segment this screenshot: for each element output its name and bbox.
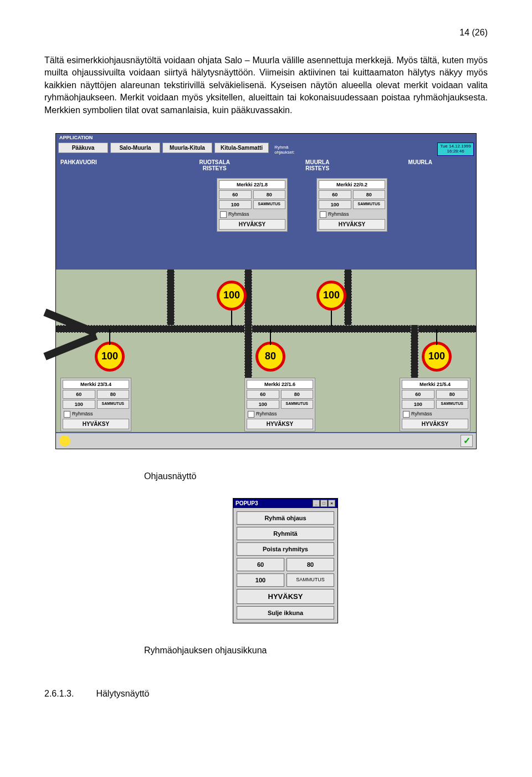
status-bar: ✓ bbox=[56, 433, 476, 449]
close-icon[interactable]: × bbox=[328, 500, 335, 507]
btn-sammutus[interactable]: SAMMUTUS bbox=[287, 573, 334, 587]
panel-23-3-4: Merkki 23/3.4 6080 100SAMMUTUS Ryhmäss H… bbox=[60, 378, 131, 431]
checkbox-ryhmass[interactable]: Ryhmäss bbox=[63, 410, 129, 419]
btn-60[interactable]: 60 bbox=[319, 190, 351, 199]
btn-hyvaksy[interactable]: HYVÄKSY bbox=[219, 219, 285, 230]
intersection-road bbox=[167, 270, 175, 325]
tab-muurla-kitula[interactable]: Muurla-Kitula bbox=[162, 143, 212, 153]
sign-pole bbox=[270, 329, 271, 345]
panel-title: Merkki 23/3.4 bbox=[63, 380, 129, 389]
checkbox-ryhmass[interactable]: Ryhmäss bbox=[247, 410, 313, 419]
btn-hyvaksy[interactable]: HYVÄKSY bbox=[402, 419, 468, 429]
btn-sammutus[interactable]: SAMMUTUS bbox=[253, 200, 286, 209]
btn-sulje-ikkuna[interactable]: Sulje ikkuna bbox=[237, 606, 334, 619]
btn-sammutus[interactable]: SAMMUTUS bbox=[436, 400, 469, 409]
app-screenshot: APPLICATION Pääkuva Salo-Muurla Muurla-K… bbox=[55, 133, 477, 449]
tab-bar: Pääkuva Salo-Muurla Muurla-Kitula Kitula… bbox=[56, 141, 476, 157]
panel-title: Merkki 22/1.6 bbox=[247, 380, 313, 389]
checkbox-ryhmass[interactable]: Ryhmäss bbox=[402, 410, 468, 419]
btn-100[interactable]: 100 bbox=[237, 573, 284, 587]
btn-60[interactable]: 60 bbox=[237, 558, 284, 571]
btn-sammutus[interactable]: SAMMUTUS bbox=[97, 400, 130, 409]
panel-21-5-4: Merkki 21/5.4 6080 100SAMMUTUS Ryhmäss H… bbox=[400, 378, 470, 431]
datetime-label: Tue 14.12.1999 16:28:46 bbox=[437, 143, 474, 156]
tab-salo-muurla[interactable]: Salo-Muurla bbox=[110, 143, 160, 153]
panel-22-1-6: Merkki 22/1.6 6080 100SAMMUTUS Ryhmäss H… bbox=[244, 378, 315, 431]
btn-hyvaksy[interactable]: HYVÄKSY bbox=[237, 589, 334, 604]
maximize-icon[interactable]: □ bbox=[320, 500, 328, 507]
btn-100[interactable]: 100 bbox=[247, 400, 279, 409]
btn-80[interactable]: 80 bbox=[97, 390, 130, 399]
btn-60[interactable]: 60 bbox=[402, 390, 434, 399]
btn-100[interactable]: 100 bbox=[319, 200, 351, 209]
btn-hyvaksy[interactable]: HYVÄKSY bbox=[319, 219, 385, 230]
section-footer: 2.6.1.3. Hälytysnäyttö bbox=[44, 689, 488, 699]
sign-pole bbox=[331, 311, 332, 326]
checkmark-button[interactable]: ✓ bbox=[461, 435, 473, 447]
speed-sign: 100 bbox=[422, 342, 452, 372]
loc-ruotsala: RUOTSALA RISTEYS bbox=[163, 159, 267, 171]
btn-60[interactable]: 60 bbox=[219, 190, 252, 199]
panel-22-0-2: Merkki 22/0.2 6080 100SAMMUTUS Ryhmäss H… bbox=[316, 178, 387, 232]
caption-ryhmaohjaus: Ryhmäohjauksen ohjausikkuna bbox=[144, 646, 488, 656]
btn-100[interactable]: 100 bbox=[219, 200, 252, 209]
diagonal-road bbox=[43, 332, 98, 360]
speed-sign: 80 bbox=[255, 342, 285, 372]
tab-kitula-sammatti[interactable]: Kitula-Sammatti bbox=[214, 143, 269, 153]
smiley-icon[interactable] bbox=[59, 435, 70, 446]
section-number: 2.6.1.3. bbox=[44, 689, 74, 699]
btn-100[interactable]: 100 bbox=[63, 400, 95, 409]
speed-sign: 100 bbox=[217, 281, 247, 311]
panel-22-1-8: Merkki 22/1.8 6080 100SAMMUTUS Ryhmäss H… bbox=[217, 178, 288, 232]
intersection-road bbox=[411, 325, 418, 386]
btn-60[interactable]: 60 bbox=[247, 390, 279, 399]
btn-ryhma-ohjaus[interactable]: Ryhmä ohjaus bbox=[237, 511, 334, 525]
location-labels: PAHKAVUORI RUOTSALA RISTEYS MUURLA RISTE… bbox=[56, 157, 476, 174]
btn-80[interactable]: 80 bbox=[253, 190, 286, 199]
speed-sign: 100 bbox=[95, 342, 125, 372]
panel-title: Merkki 21/5.4 bbox=[402, 380, 468, 389]
intersection-road bbox=[244, 270, 252, 386]
btn-60[interactable]: 60 bbox=[63, 390, 95, 399]
checkbox-ryhmass[interactable]: Ryhmäss bbox=[219, 210, 285, 219]
btn-80[interactable]: 80 bbox=[436, 390, 469, 399]
page-number: 14 (26) bbox=[44, 28, 488, 38]
popup-title: POPUP3 bbox=[236, 500, 258, 506]
loc-muurla: MUURLA bbox=[369, 159, 472, 171]
caption-ohjausnaytto: Ohjausnäyttö bbox=[144, 471, 488, 481]
btn-hyvaksy[interactable]: HYVÄKSY bbox=[247, 419, 313, 429]
btn-poista-ryhmitys[interactable]: Poista ryhmitys bbox=[237, 542, 334, 556]
popup-window: POPUP3 _ □ × Ryhmä ohjaus Ryhmitä Poista… bbox=[233, 498, 338, 623]
checkbox-ryhmass[interactable]: Ryhmäss bbox=[319, 210, 385, 219]
btn-80[interactable]: 80 bbox=[281, 390, 314, 399]
btn-ryhmita[interactable]: Ryhmitä bbox=[237, 527, 334, 540]
minimize-icon[interactable]: _ bbox=[313, 500, 320, 507]
btn-100[interactable]: 100 bbox=[402, 400, 434, 409]
ryhma-label: Ryhmä ohjaukset: bbox=[271, 143, 298, 155]
sign-pole bbox=[436, 329, 437, 345]
section-title: Hälytysnäyttö bbox=[96, 689, 149, 699]
btn-hyvaksy[interactable]: HYVÄKSY bbox=[63, 419, 129, 429]
panel-title: Merkki 22/1.8 bbox=[219, 180, 285, 189]
btn-sammutus[interactable]: SAMMUTUS bbox=[281, 400, 314, 409]
sign-pole bbox=[109, 329, 110, 345]
loc-muurla-risteys: MUURLA RISTEYS bbox=[266, 159, 369, 171]
btn-sammutus[interactable]: SAMMUTUS bbox=[353, 200, 386, 209]
loc-pahkavuori: PAHKAVUORI bbox=[60, 159, 163, 171]
panel-title: Merkki 22/0.2 bbox=[319, 180, 385, 189]
app-title: APPLICATION bbox=[56, 134, 476, 141]
btn-80[interactable]: 80 bbox=[287, 558, 334, 571]
popup-titlebar: POPUP3 _ □ × bbox=[233, 499, 337, 508]
speed-sign: 100 bbox=[316, 281, 346, 311]
body-paragraph: Tältä esimerkkiohjausnäytöltä voidaan oh… bbox=[44, 54, 488, 116]
btn-80[interactable]: 80 bbox=[353, 190, 386, 199]
sign-pole bbox=[231, 311, 232, 326]
tab-paakuva[interactable]: Pääkuva bbox=[58, 143, 108, 153]
